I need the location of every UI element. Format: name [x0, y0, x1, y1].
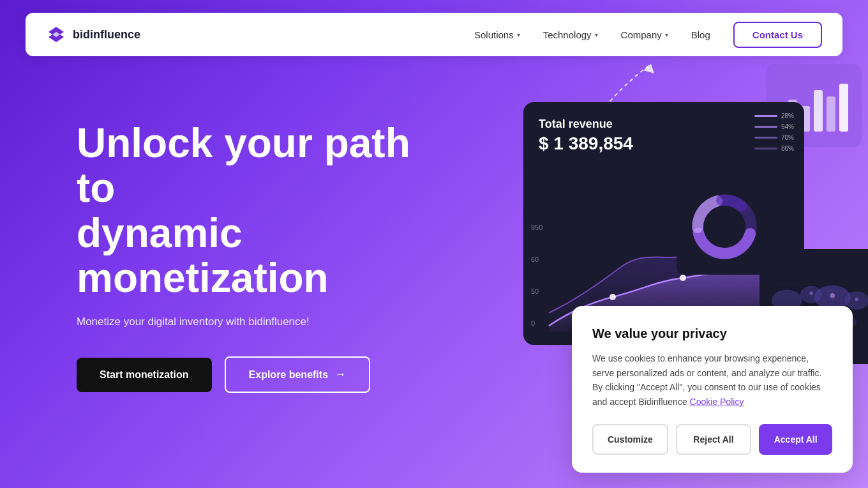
logo[interactable]: bidinfluence [46, 24, 140, 45]
svg-point-20 [830, 293, 835, 298]
nav-solutions[interactable]: Solutions ▾ [474, 29, 520, 40]
hero-subtitle: Monetize your digital inventory with bid… [77, 316, 460, 328]
donut-card [677, 179, 772, 275]
accept-all-button[interactable]: Accept All [759, 424, 832, 455]
chevron-down-icon: ▾ [517, 31, 520, 38]
svg-text:0: 0 [531, 319, 535, 327]
arrow-icon: → [334, 368, 346, 381]
cookie-policy-link[interactable]: Cookie Policy [690, 397, 744, 407]
card-value: $ 1 389,854 [539, 133, 789, 154]
svg-point-22 [855, 298, 858, 301]
hero-title: Unlock your path to dynamic monetization [77, 121, 460, 301]
contact-us-button[interactable]: Contact Us [733, 22, 822, 48]
explore-benefits-button[interactable]: Explore benefits → [225, 356, 370, 393]
logo-text: bidinfluence [73, 28, 140, 42]
svg-text:850: 850 [531, 224, 542, 231]
nav-blog[interactable]: Blog [691, 29, 710, 40]
svg-rect-5 [827, 96, 835, 132]
nav-links: Solutions ▾ Technology ▾ Company ▾ Blog … [474, 22, 822, 48]
nav-company[interactable]: Company ▾ [621, 29, 668, 40]
svg-point-12 [680, 275, 686, 281]
svg-text:60: 60 [531, 255, 539, 263]
cookie-buttons: Customize Reject All Accept All [592, 424, 832, 455]
chevron-down-icon: ▾ [665, 31, 668, 38]
start-monetization-button[interactable]: Start monetization [77, 358, 212, 392]
svg-text:50: 50 [531, 287, 539, 295]
svg-point-21 [809, 291, 813, 295]
cookie-title: We value your privacy [592, 326, 832, 341]
chevron-down-icon: ▾ [595, 31, 598, 38]
cookie-body: We use cookies to enhance your browsing … [592, 351, 832, 409]
svg-rect-4 [814, 90, 823, 132]
donut-chart-icon [689, 192, 760, 262]
reject-all-button[interactable]: Reject All [676, 424, 752, 455]
logo-icon [46, 24, 66, 45]
hero-content: Unlock your path to dynamic monetization… [0, 121, 460, 393]
cookie-banner: We value your privacy We use cookies to … [572, 306, 853, 473]
svg-point-11 [610, 294, 616, 300]
customize-button[interactable]: Customize [592, 424, 668, 455]
navbar: bidinfluence Solutions ▾ Technology ▾ Co… [26, 13, 842, 56]
nav-technology[interactable]: Technology ▾ [543, 29, 598, 40]
card-title: Total revenue [539, 118, 789, 131]
svg-rect-6 [839, 84, 848, 132]
hero-buttons: Start monetization Explore benefits → [77, 356, 460, 393]
